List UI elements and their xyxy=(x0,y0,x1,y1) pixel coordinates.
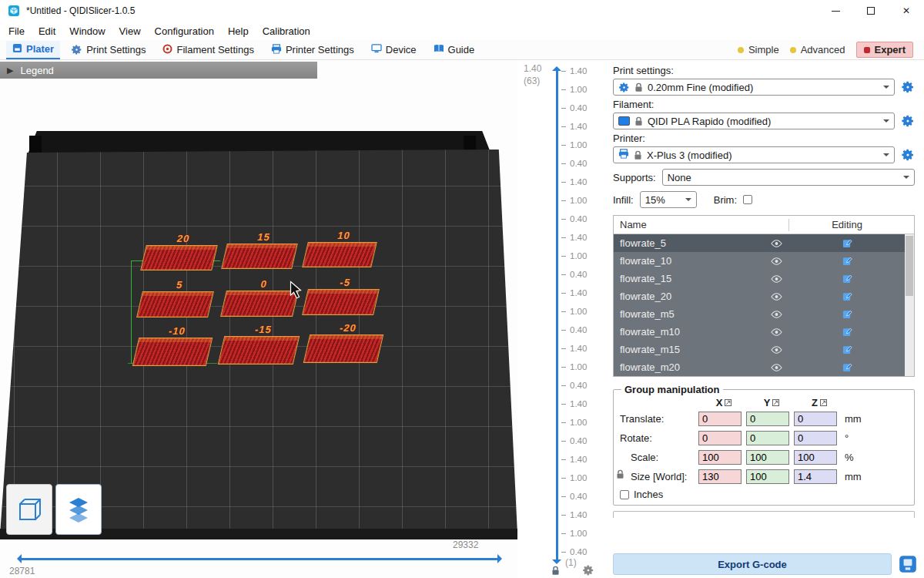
moves-slider[interactable] xyxy=(22,558,497,560)
edit-object-icon[interactable] xyxy=(789,256,905,266)
size-x-input[interactable] xyxy=(698,469,742,484)
tab-plater[interactable]: Plater xyxy=(6,41,60,59)
model-flowrate-20[interactable]: 20 xyxy=(140,245,218,271)
mode-simple[interactable]: Simple xyxy=(738,44,779,55)
axis-toggle-icon[interactable] xyxy=(820,399,827,406)
object-row[interactable]: flowrate_m5 xyxy=(614,305,905,323)
layer-tick: 1.40 xyxy=(561,122,603,131)
object-list-scrollbar[interactable] xyxy=(905,234,914,376)
visibility-eye-icon[interactable] xyxy=(763,257,789,265)
filament-preset-combo[interactable]: QIDI PLA Rapido (modified) xyxy=(613,113,895,129)
menu-help[interactable]: Help xyxy=(221,23,256,39)
layer-slider-track[interactable] xyxy=(556,71,558,560)
export-gcode-button[interactable]: Export G-code xyxy=(613,553,892,575)
menu-window[interactable]: Window xyxy=(62,23,112,39)
model-flowrate-10[interactable]: 10 xyxy=(302,242,377,267)
axis-toggle-icon[interactable] xyxy=(725,399,732,406)
brim-checkbox[interactable] xyxy=(743,195,752,204)
translate-y-input[interactable] xyxy=(746,412,789,426)
legend-collapsed-bar[interactable]: ▶ Legend xyxy=(0,62,317,79)
model-flowrate-0[interactable]: 0 xyxy=(220,291,299,317)
object-row[interactable]: flowrate_10 xyxy=(614,252,905,270)
rotate-x-input[interactable] xyxy=(698,431,742,445)
visibility-eye-icon[interactable] xyxy=(763,346,789,354)
tab-print-settings[interactable]: Print Settings xyxy=(65,42,152,58)
print-settings-preset-combo[interactable]: 0.20mm Fine (modified) xyxy=(613,79,895,96)
scale-x-input[interactable] xyxy=(698,450,742,465)
model-flowrate-m5[interactable]: -5 xyxy=(302,289,380,315)
visibility-eye-icon[interactable] xyxy=(763,364,789,371)
model-flowrate-5[interactable]: 5 xyxy=(136,291,214,318)
layer-lock-icon[interactable] xyxy=(551,566,560,576)
rotate-y-input[interactable] xyxy=(746,431,789,445)
edit-object-icon[interactable] xyxy=(789,274,905,284)
3d-viewport[interactable]: ▶ Legend 20 15 10 5 0 -5 -10 -15 -20 287… xyxy=(0,60,517,578)
axis-toggle-icon[interactable] xyxy=(772,399,779,406)
supports-combo[interactable]: None xyxy=(662,169,915,186)
object-row[interactable]: flowrate_20 xyxy=(614,287,905,305)
inches-checkbox[interactable] xyxy=(620,490,629,499)
layers-preview-button[interactable] xyxy=(55,484,102,535)
menu-configuration[interactable]: Configuration xyxy=(148,23,221,39)
model-flowrate-m20[interactable]: -20 xyxy=(303,334,384,363)
scrollbar-thumb[interactable] xyxy=(906,236,913,296)
object-row[interactable]: flowrate_5 xyxy=(614,234,905,252)
simple-mode-icon xyxy=(738,47,744,53)
printer-gear-button[interactable] xyxy=(901,148,915,162)
object-row[interactable]: flowrate_m15 xyxy=(614,341,905,358)
rotate-z-input[interactable] xyxy=(794,431,837,445)
object-row[interactable]: flowrate_m20 xyxy=(614,358,905,376)
chevron-down-icon xyxy=(903,176,909,182)
menu-view[interactable]: View xyxy=(112,23,148,39)
edit-object-icon[interactable] xyxy=(789,327,905,337)
menu-file[interactable]: File xyxy=(2,23,32,39)
uniform-scale-lock-icon[interactable] xyxy=(616,469,624,479)
edit-object-icon[interactable] xyxy=(789,291,905,301)
3d-editor-view-button[interactable] xyxy=(6,484,52,535)
scale-y-input[interactable] xyxy=(746,450,789,465)
printer-preset-combo[interactable]: X-Plus 3 (modified) xyxy=(613,146,895,163)
object-row[interactable]: flowrate_15 xyxy=(614,270,905,287)
edit-object-icon[interactable] xyxy=(789,344,905,355)
object-row[interactable]: flowrate_m10 xyxy=(614,323,905,341)
menu-edit[interactable]: Edit xyxy=(32,23,62,39)
print-settings-gear-button[interactable] xyxy=(901,80,915,94)
visibility-eye-icon[interactable] xyxy=(763,293,789,301)
visibility-eye-icon[interactable] xyxy=(763,240,789,247)
infill-combo[interactable]: 15% xyxy=(640,191,697,208)
filament-gear-button[interactable] xyxy=(901,114,915,128)
size-z-input[interactable] xyxy=(794,469,837,484)
visibility-eye-icon[interactable] xyxy=(763,328,789,336)
visibility-eye-icon[interactable] xyxy=(763,311,789,318)
close-button[interactable]: ✕ xyxy=(889,0,924,22)
model-flowrate-15[interactable]: 15 xyxy=(221,244,298,269)
layer-slider-gear-icon[interactable] xyxy=(582,564,594,576)
maximize-button[interactable] xyxy=(853,0,889,22)
menu-calibration[interactable]: Calibration xyxy=(256,23,317,39)
translate-x-input[interactable] xyxy=(698,412,742,426)
scale-z-input[interactable] xyxy=(794,450,837,465)
tab-guide[interactable]: Guide xyxy=(427,42,481,58)
tab-device[interactable]: Device xyxy=(365,42,423,58)
model-flowrate-m10[interactable]: -10 xyxy=(132,338,213,366)
supports-label: Supports: xyxy=(613,172,656,183)
size-y-input[interactable] xyxy=(746,469,789,484)
app-logo-icon xyxy=(8,5,20,17)
edit-object-icon[interactable] xyxy=(789,238,905,248)
model-flowrate-m15[interactable]: -15 xyxy=(218,336,300,365)
mode-advanced[interactable]: Advanced xyxy=(790,44,845,55)
layer-slider-up-arrow-icon[interactable] xyxy=(552,62,561,71)
edit-object-icon[interactable] xyxy=(789,362,905,372)
mode-expert[interactable]: Expert xyxy=(856,42,913,58)
hslider-left-arrow-icon[interactable] xyxy=(12,554,22,563)
tab-filament-settings[interactable]: Filament Settings xyxy=(156,42,259,59)
edit-object-icon[interactable] xyxy=(789,309,905,319)
minimize-button[interactable] xyxy=(818,0,853,22)
tab-printer-settings[interactable]: Printer Settings xyxy=(265,42,360,59)
layer-slider-panel: 1.40 (63) 1.401.000.401.401.000.401.401.… xyxy=(517,60,604,578)
translate-z-input[interactable] xyxy=(794,412,837,426)
visibility-eye-icon[interactable] xyxy=(763,275,789,283)
filament-color-swatch xyxy=(618,116,630,126)
export-to-sd-icon[interactable] xyxy=(898,554,918,574)
hslider-right-arrow-icon[interactable] xyxy=(497,554,507,563)
